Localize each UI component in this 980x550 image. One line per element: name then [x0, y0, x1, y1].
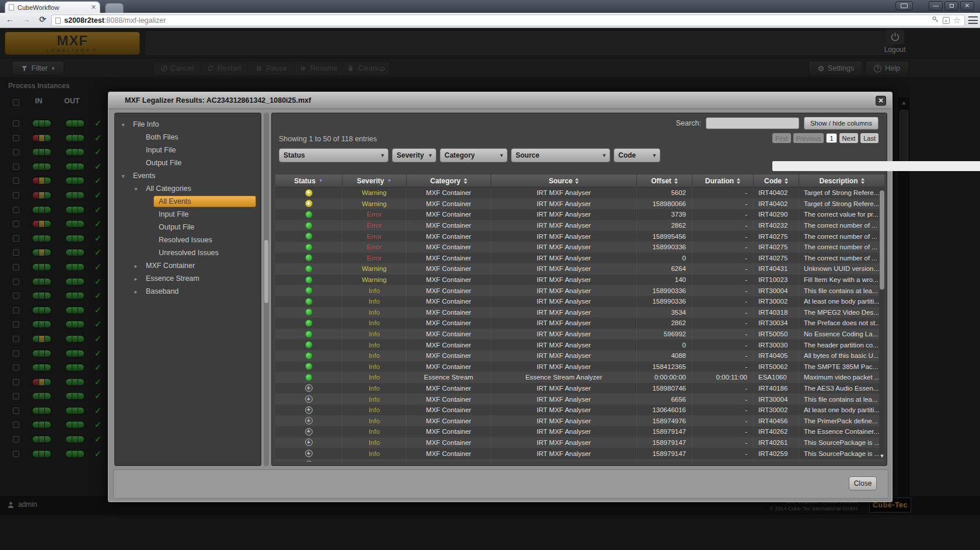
tree-item-output-file[interactable]: Output File [115, 156, 261, 169]
tree-item-events[interactable]: ▾Events [115, 169, 261, 182]
table-row[interactable]: InfoEssence StreamEssence Stream Analyze… [275, 372, 884, 383]
table-row[interactable]: InfoMXF ContainerIRT MXF Analyser1589903… [275, 296, 884, 307]
bookmark-star-icon[interactable]: ☆ [953, 15, 961, 26]
table-row[interactable]: InfoMXF ContainerIRT MXF Analyser1584123… [275, 361, 884, 373]
table-row[interactable]: InfoMXF ContainerIRT MXF Analyser3534-IR… [275, 307, 884, 318]
minimize-button[interactable]: — [929, 1, 943, 11]
table-row[interactable]: +InfoMXF ContainerIRT MXF Analyser158974… [275, 415, 884, 426]
tree-item-all-categories[interactable]: ▾All Categories [115, 182, 261, 195]
tree-item-input-file[interactable]: Input File [115, 144, 261, 156]
chevron-collapsed-icon[interactable]: ▸ [131, 276, 141, 282]
table-row[interactable]: ErrorMXF ContainerIRT MXF Analyser3739-I… [275, 209, 884, 220]
table-row[interactable]: +InfoMXF ContainerIRT MXF Analyser158983… [275, 459, 884, 462]
column-header-severity[interactable]: Severity▼ [342, 175, 407, 187]
dialog-titlebar[interactable]: MXF Legalizer Results: AC234312861342_10… [108, 92, 892, 109]
filter-dropdown-category[interactable]: Category▾ [440, 148, 508, 162]
status-ok-icon [305, 232, 313, 240]
pagination-next-button[interactable]: Next [839, 133, 859, 143]
browser-tab[interactable]: CubeWorkflow ✕ [5, 1, 100, 13]
table-row[interactable]: InfoMXF ContainerIRT MXF Analyser596992-… [275, 329, 884, 340]
pagination-1-button[interactable]: 1 [826, 133, 836, 143]
chevron-expanded-icon[interactable]: ▾ [118, 121, 128, 128]
table-scrollbar-thumb[interactable] [880, 190, 884, 290]
severity-cell: Info [342, 329, 407, 340]
pagination-first-button: First [772, 133, 790, 143]
tree-item-resolved-issues[interactable]: Resolved Issues [115, 234, 261, 246]
table-row[interactable]: +InfoMXF ContainerIRT MXF Analyser158979… [275, 448, 884, 459]
tree-item-output-file[interactable]: Output File [115, 221, 261, 234]
dialog-close-button[interactable]: Close [849, 476, 877, 490]
category-cell: MXF Container [407, 199, 491, 210]
table-row[interactable]: InfoMXF ContainerIRT MXF Analyser0-IRT30… [275, 339, 884, 350]
table-row[interactable]: +WarningMXF ContainerIRT MXF Analyser158… [275, 199, 884, 210]
table-row[interactable]: +InfoMXF ContainerIRT MXF Analyser130646… [275, 405, 884, 416]
table-scroll-down-icon[interactable]: ▼ [879, 453, 885, 459]
table-row[interactable]: +InfoMXF ContainerIRT MXF Analyser158979… [275, 426, 884, 437]
tree-item-both-files[interactable]: Both Files [115, 131, 261, 144]
column-header-duration[interactable]: Duration [692, 175, 754, 187]
filter-dropdown-label: Code [618, 151, 636, 159]
column-header-description[interactable]: Description [799, 175, 884, 187]
code-cell: IRT40431 [754, 263, 799, 274]
tree-item-input-file[interactable]: Input File [115, 208, 261, 221]
pagination-3-button[interactable]: 3 [772, 161, 980, 171]
url-bar[interactable]: s2008r2test:8088/mxf-legalizer a ☆ [51, 15, 965, 26]
chevron-expanded-icon[interactable]: ▾ [118, 173, 128, 179]
table-row[interactable]: InfoMXF ContainerIRT MXF Analyser1589903… [275, 285, 884, 296]
chevron-collapsed-icon[interactable]: ▸ [131, 288, 141, 295]
tree-item-label: MXF Container [141, 260, 200, 271]
table-row[interactable]: ErrorMXF ContainerIRT MXF Analyser158995… [275, 231, 884, 242]
category-cell: MXF Container [407, 361, 491, 373]
table-scrollbar[interactable]: ▼ [879, 188, 885, 458]
table-row[interactable]: +InfoMXF ContainerIRT MXF Analyser6656-I… [275, 394, 884, 405]
close-window-button[interactable]: ✕ [960, 1, 974, 11]
tree-scrollbar[interactable] [264, 113, 269, 466]
column-header-category[interactable]: Category [407, 175, 491, 187]
filter-dropdown-status[interactable]: Status▾ [279, 148, 388, 162]
tree-item-mxf-container[interactable]: ▸MXF Container [115, 259, 261, 272]
tree-item-essence-stream[interactable]: ▸Essence Stream [115, 272, 261, 285]
table-row[interactable]: ErrorMXF ContainerIRT MXF Analyser158990… [275, 242, 884, 253]
filter-dropdown-severity[interactable]: Severity▾ [392, 148, 436, 162]
search-input[interactable] [706, 117, 799, 129]
tree-scrollbar-thumb[interactable] [264, 240, 268, 303]
column-header-offset[interactable]: Offset [637, 175, 692, 187]
tree-item-baseband[interactable]: ▸Baseband [115, 285, 261, 298]
forward-button[interactable]: → [20, 15, 33, 24]
category-cell: MXF Container [407, 307, 491, 318]
tree-item-unresolved-issues[interactable]: Unresolved Issues [115, 246, 261, 259]
chevron-collapsed-icon[interactable]: ▸ [131, 263, 141, 269]
table-row[interactable]: ErrorMXF ContainerIRT MXF Analyser0-IRT4… [275, 253, 884, 264]
code-cell: IRT40456 [754, 415, 799, 426]
chevron-expanded-icon[interactable]: ▾ [131, 186, 141, 192]
dialog-close-icon[interactable]: ✕ [876, 96, 886, 106]
restore-button[interactable] [944, 1, 958, 11]
filter-dropdown-source[interactable]: Source▾ [511, 148, 610, 162]
severity-cell: Error [342, 242, 407, 253]
tree-item-file-info[interactable]: ▾File Info [115, 118, 261, 131]
table-row[interactable]: WarningMXF ContainerIRT MXF Analyser6264… [275, 263, 884, 274]
table-row[interactable]: ErrorMXF ContainerIRT MXF Analyser2862-I… [275, 220, 884, 231]
table-row[interactable]: +WarningMXF ContainerIRT MXF Analyser560… [275, 187, 884, 199]
pagination-last-button[interactable]: Last [860, 133, 878, 143]
table-row[interactable]: WarningMXF ContainerIRT MXF Analyser140-… [275, 274, 884, 286]
column-header-code[interactable]: Code [754, 175, 799, 187]
tree-item-all-events[interactable]: All Events [115, 195, 261, 208]
column-header-status[interactable]: Status▼ [275, 175, 342, 187]
browser-menu-icon[interactable] [968, 16, 978, 24]
column-header-source[interactable]: Source [491, 175, 637, 187]
show-hide-columns-button[interactable]: Show / hide columns [804, 117, 878, 130]
table-row[interactable]: InfoMXF ContainerIRT MXF Analyser2862-IR… [275, 318, 884, 329]
inactive-tab-stub[interactable] [105, 3, 124, 13]
table-row[interactable]: InfoMXF ContainerIRT MXF Analyser4088-IR… [275, 350, 884, 361]
tab-close-icon[interactable]: ✕ [91, 4, 96, 11]
sort-up-arrow [674, 178, 678, 180]
translate-icon[interactable]: a [943, 17, 950, 24]
key-icon[interactable] [932, 16, 939, 25]
filter-dropdown-code[interactable]: Code▾ [614, 148, 660, 162]
reload-button[interactable]: ⟳ [36, 15, 49, 24]
table-row[interactable]: +InfoMXF ContainerIRT MXF Analyser158980… [275, 383, 884, 394]
back-button[interactable]: ← [4, 15, 16, 24]
table-row[interactable]: +InfoMXF ContainerIRT MXF Analyser158979… [275, 437, 884, 448]
tab-preview-button[interactable] [895, 1, 913, 11]
